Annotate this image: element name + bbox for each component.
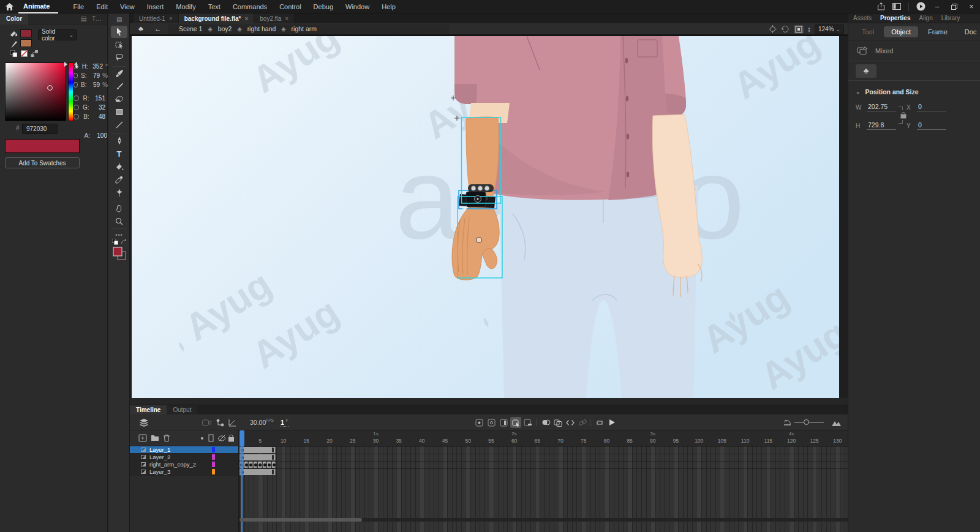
keyframe-dot[interactable] xyxy=(268,463,271,466)
panel-tab[interactable]: Properties xyxy=(880,15,910,21)
swap-fill-stroke-icon[interactable] xyxy=(121,239,127,245)
test-movie-icon[interactable] xyxy=(913,0,929,13)
panel-tab[interactable]: Library xyxy=(941,15,960,21)
rgb-row[interactable]: R:151 xyxy=(74,94,108,103)
rectangle-tool[interactable] xyxy=(111,106,127,118)
restore-button[interactable] xyxy=(946,0,963,13)
lasso-tool[interactable] xyxy=(111,51,127,64)
width-field[interactable]: 202.75 xyxy=(867,103,896,111)
x-field[interactable]: 0 xyxy=(917,103,946,111)
current-frame-value[interactable]: 1 F xyxy=(281,418,288,427)
hand-tool[interactable] xyxy=(111,202,127,214)
camera-icon[interactable] xyxy=(201,417,212,428)
menu-item[interactable]: File xyxy=(67,0,90,13)
breadcrumb-item[interactable]: boy2 xyxy=(218,25,232,32)
layer-row[interactable]: Layer_1 xyxy=(130,446,238,454)
default-colors-icon[interactable] xyxy=(112,239,118,245)
frame-area[interactable]: 1s2s3s4s 5101520253035404550556065707580… xyxy=(239,430,848,532)
line-tool[interactable] xyxy=(111,119,127,131)
timeline-horizontal-scrollbar[interactable] xyxy=(239,518,848,522)
black-white-colors-icon[interactable] xyxy=(10,50,17,57)
no-color-icon[interactable] xyxy=(21,50,28,57)
breadcrumb-item[interactable]: Scene 1 xyxy=(179,25,203,32)
fluid-brush-tool[interactable] xyxy=(111,67,127,80)
close-icon[interactable]: × xyxy=(169,15,173,22)
eyedropper-tool[interactable] xyxy=(111,173,127,185)
radio-icon[interactable] xyxy=(74,64,78,69)
menu-item[interactable]: Modify xyxy=(170,0,202,13)
selection-tool[interactable] xyxy=(111,26,127,38)
hue-slider[interactable] xyxy=(68,62,74,121)
text-tool[interactable]: T xyxy=(111,148,127,160)
panel-menu-icon[interactable]: ▤ xyxy=(81,15,86,22)
link-icon[interactable] xyxy=(577,417,588,428)
channel-value[interactable]: 48 xyxy=(92,113,105,120)
clip-content-icon[interactable] xyxy=(769,25,777,33)
radio-icon[interactable] xyxy=(74,73,78,78)
rotate-view-icon[interactable] xyxy=(781,25,790,33)
fill-stroke-swatches[interactable] xyxy=(113,247,126,260)
zoom-tool[interactable] xyxy=(111,215,127,227)
code-snippets-icon[interactable] xyxy=(565,417,576,428)
document-tab[interactable]: Untitled-1× xyxy=(134,13,179,23)
new-layer-icon[interactable] xyxy=(138,434,147,442)
new-folder-icon[interactable] xyxy=(151,435,159,441)
edit-multiple-frames-icon[interactable] xyxy=(552,417,564,428)
lock-layers-icon[interactable] xyxy=(228,434,235,442)
hex-input[interactable]: 972030 xyxy=(22,124,58,134)
panel-tab[interactable]: Assets xyxy=(853,15,872,21)
keyframe-dot[interactable] xyxy=(258,463,262,466)
menu-item[interactable]: Insert xyxy=(141,0,170,13)
add-to-swatches-button[interactable]: Add To Swatches xyxy=(5,157,80,168)
properties-subtab[interactable]: Tool xyxy=(854,26,881,37)
stroke-color-icon[interactable] xyxy=(10,30,18,38)
hsb-row[interactable]: H:352° xyxy=(74,62,108,71)
frame-span-end[interactable] xyxy=(272,470,274,474)
free-transform-tool[interactable] xyxy=(111,39,127,51)
frame-span-end[interactable] xyxy=(272,455,274,460)
remove-frames-icon[interactable] xyxy=(522,417,533,428)
hsb-row[interactable]: B:59% xyxy=(74,80,108,89)
swap-colors-icon[interactable] xyxy=(31,50,38,57)
breadcrumb-item[interactable]: right hand xyxy=(247,25,276,32)
canvas-pasteboard[interactable]: Ayug Ayug Ayug Ayug Ayug Ayug Ayug Ayug … xyxy=(130,35,848,398)
graph-editor-icon[interactable] xyxy=(227,417,238,428)
loop-icon[interactable] xyxy=(594,417,605,428)
rgb-row[interactable]: G:32 xyxy=(74,103,108,112)
alpha-value[interactable]: 100 xyxy=(92,132,107,139)
stroke-color-swatch[interactable] xyxy=(20,29,32,37)
keyframe-dot[interactable] xyxy=(254,463,257,466)
fill-color-icon[interactable] xyxy=(10,40,18,48)
workspace-icon[interactable] xyxy=(889,0,905,13)
height-field[interactable]: 729.8 xyxy=(867,121,896,130)
rgb-row[interactable]: B:48 xyxy=(74,112,108,121)
toolbar-panel-menu-icon[interactable]: ▤ xyxy=(116,16,122,23)
properties-subtab[interactable]: Doc xyxy=(957,26,980,37)
close-icon[interactable]: × xyxy=(244,15,248,22)
playhead[interactable] xyxy=(239,430,244,446)
symbol-type-icon[interactable]: ♣ xyxy=(856,64,876,78)
timeline-zoom-slider[interactable] xyxy=(794,422,824,423)
menu-item[interactable]: View xyxy=(114,0,141,13)
menu-item[interactable]: Debug xyxy=(307,0,339,13)
timeline-tab[interactable]: Output xyxy=(167,405,197,414)
layer-color-chip[interactable] xyxy=(212,454,215,460)
timeline-zoom-fit-icon[interactable] xyxy=(831,417,842,428)
lock-aspect-icon[interactable] xyxy=(900,111,907,119)
color-panel-tab[interactable]: Color xyxy=(0,13,28,24)
layer-frames-row[interactable] xyxy=(239,446,848,454)
share-icon[interactable] xyxy=(873,0,889,13)
back-button[interactable]: ← xyxy=(154,24,162,33)
collapsed-panel-tab[interactable]: T… xyxy=(92,15,102,22)
keyframe-dot[interactable] xyxy=(249,463,252,466)
layer-parenting-icon[interactable] xyxy=(214,417,225,428)
insert-frame-icon[interactable] xyxy=(498,417,509,428)
classic-brush-tool[interactable] xyxy=(111,80,127,92)
menu-item[interactable]: Commands xyxy=(227,0,273,13)
radio-icon[interactable] xyxy=(74,114,79,119)
layer-frames-row[interactable] xyxy=(239,468,848,476)
channel-value[interactable]: 32 xyxy=(92,104,105,111)
layer-name[interactable]: Layer_1 xyxy=(149,446,212,453)
position-size-section[interactable]: ⌄ Position and Size xyxy=(848,81,980,98)
close-icon[interactable]: × xyxy=(285,15,288,22)
